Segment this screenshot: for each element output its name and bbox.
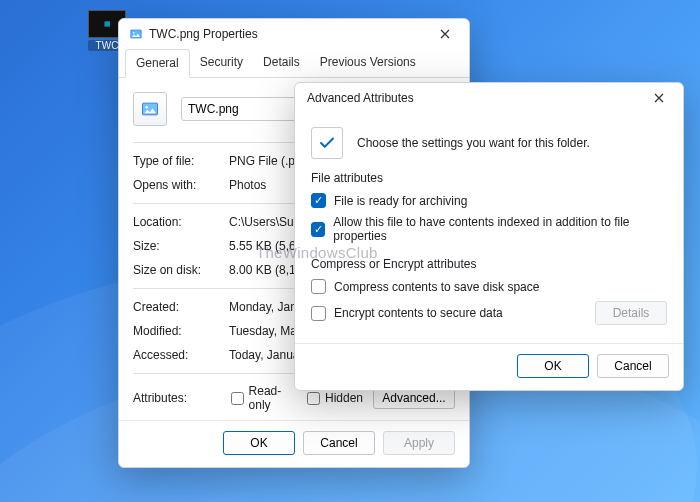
advanced-ok-button[interactable]: OK (517, 354, 589, 378)
advanced-titlebar[interactable]: Advanced Attributes (295, 83, 683, 113)
properties-title: TWC.png Properties (149, 27, 427, 41)
file-attributes-group-label: File attributes (311, 171, 667, 185)
advanced-cancel-button[interactable]: Cancel (597, 354, 669, 378)
archive-checkbox[interactable] (311, 193, 326, 208)
accessed-label: Accessed: (133, 348, 229, 362)
advanced-attributes-window: Advanced Attributes Choose the settings … (294, 82, 684, 391)
location-label: Location: (133, 215, 229, 229)
opens-with-label: Opens with: (133, 178, 229, 192)
archive-label: File is ready for archiving (334, 194, 467, 208)
file-type-icon (133, 92, 167, 126)
compress-label: Compress contents to save disk space (334, 280, 539, 294)
size-on-disk-label: Size on disk: (133, 263, 229, 277)
advanced-title: Advanced Attributes (305, 91, 641, 105)
properties-tabs: General Security Details Previous Versio… (119, 49, 469, 78)
tab-security[interactable]: Security (190, 49, 253, 77)
encrypt-checkbox[interactable] (311, 306, 326, 321)
properties-apply-button[interactable]: Apply (383, 431, 455, 455)
size-label: Size: (133, 239, 229, 253)
svg-point-1 (133, 32, 135, 34)
attributes-label: Attributes: (133, 391, 221, 405)
advanced-lead-text: Choose the settings you want for this fo… (357, 136, 590, 150)
hidden-checkbox[interactable]: Hidden (307, 391, 363, 405)
svg-point-3 (145, 106, 148, 109)
compress-checkbox[interactable] (311, 279, 326, 294)
type-label: Type of file: (133, 154, 229, 168)
encrypt-details-button[interactable]: Details (595, 301, 667, 325)
properties-titlebar[interactable]: TWC.png Properties (119, 19, 469, 49)
image-file-icon (129, 27, 143, 41)
tab-details[interactable]: Details (253, 49, 310, 77)
close-icon[interactable] (641, 83, 677, 113)
encrypt-label: Encrypt contents to secure data (334, 306, 503, 320)
index-checkbox[interactable] (311, 222, 325, 237)
readonly-checkbox[interactable]: Read-only (231, 384, 297, 412)
properties-ok-button[interactable]: OK (223, 431, 295, 455)
properties-cancel-button[interactable]: Cancel (303, 431, 375, 455)
tab-previous-versions[interactable]: Previous Versions (310, 49, 426, 77)
compress-encrypt-group-label: Compress or Encrypt attributes (311, 257, 667, 271)
index-label: Allow this file to have contents indexed… (333, 215, 667, 243)
close-icon[interactable] (427, 19, 463, 49)
checkmark-icon (311, 127, 343, 159)
tab-general[interactable]: General (125, 49, 190, 78)
modified-label: Modified: (133, 324, 229, 338)
created-label: Created: (133, 300, 229, 314)
